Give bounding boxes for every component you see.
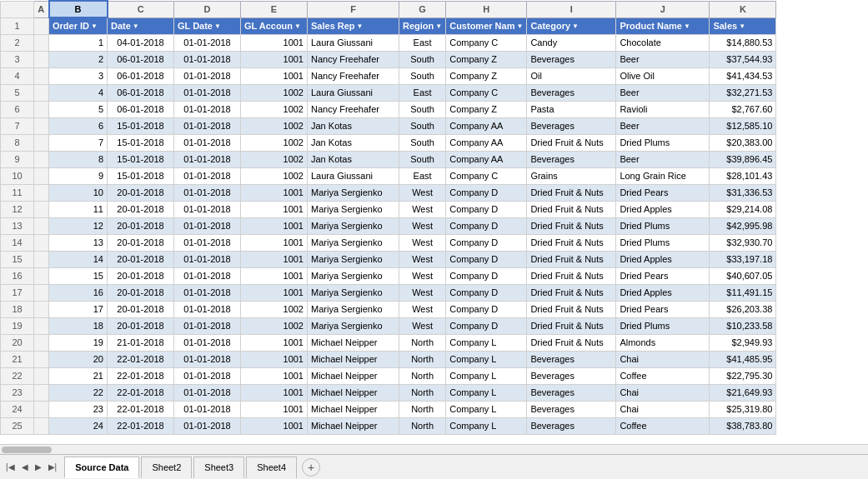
cell-region-22[interactable]: North <box>399 367 446 384</box>
cell-category-21[interactable]: Beverages <box>527 351 616 367</box>
cell-region-4[interactable]: South <box>399 67 446 84</box>
cell-order-id-13[interactable]: 12 <box>49 217 108 234</box>
cell-sales-rep-23[interactable]: Michael Neipper <box>308 384 399 401</box>
cell-date-19[interactable]: 20-01-2018 <box>108 317 174 334</box>
cell-customer-13[interactable]: Company D <box>446 217 527 234</box>
cell-order-id-4[interactable]: 3 <box>49 67 108 84</box>
cell-sales-17[interactable]: $11,491.15 <box>710 284 776 301</box>
cell-sales-8[interactable]: $20,383.00 <box>710 134 776 151</box>
cell-a-13[interactable] <box>34 217 49 234</box>
cell-gl-date-9[interactable]: 01-01-2018 <box>174 151 241 167</box>
cell-gl-date-14[interactable]: 01-01-2018 <box>174 234 241 251</box>
cell-category-22[interactable]: Beverages <box>527 367 616 384</box>
cell-sales-rep-20[interactable]: Michael Neipper <box>308 334 399 351</box>
cell-a-24[interactable] <box>34 401 49 417</box>
cell-product-3[interactable]: Beer <box>616 51 710 67</box>
cell-region-23[interactable]: North <box>399 384 446 401</box>
cell-category-19[interactable]: Dried Fruit & Nuts <box>527 317 616 334</box>
cell-gl-date-24[interactable]: 01-01-2018 <box>174 401 241 417</box>
cell-category-13[interactable]: Dried Fruit & Nuts <box>527 217 616 234</box>
filter-arrow-date[interactable]: ▼ <box>133 22 139 30</box>
cell-sales-rep-19[interactable]: Mariya Sergienko <box>308 317 399 334</box>
cell-gl-account-23[interactable]: 1001 <box>241 384 308 401</box>
cell-customer-4[interactable]: Company Z <box>446 67 527 84</box>
filter-customer[interactable]: Customer Nam ▼ <box>446 17 527 34</box>
cell-region-20[interactable]: North <box>399 334 446 351</box>
cell-gl-account-24[interactable]: 1001 <box>241 401 308 417</box>
cell-gl-date-25[interactable]: 01-01-2018 <box>174 417 241 434</box>
prev-tab-arrow[interactable]: ◀ <box>19 461 31 473</box>
cell-sales-14[interactable]: $32,930.70 <box>710 234 776 251</box>
cell-order-id-22[interactable]: 21 <box>49 367 108 384</box>
cell-category-11[interactable]: Dried Fruit & Nuts <box>527 184 616 201</box>
cell-gl-account-13[interactable]: 1001 <box>241 217 308 234</box>
cell-date-3[interactable]: 06-01-2018 <box>108 51 174 67</box>
filter-sales-rep[interactable]: Sales Rep ▼ <box>308 17 399 34</box>
cell-sales-12[interactable]: $29,214.08 <box>710 201 776 217</box>
cell-date-9[interactable]: 15-01-2018 <box>108 151 174 167</box>
cell-product-9[interactable]: Beer <box>616 151 710 167</box>
cell-region-17[interactable]: West <box>399 284 446 301</box>
cell-category-17[interactable]: Dried Fruit & Nuts <box>527 284 616 301</box>
cell-sales-5[interactable]: $32,271.53 <box>710 84 776 101</box>
cell-sales-rep-3[interactable]: Nancy Freehafer <box>308 51 399 67</box>
cell-region-16[interactable]: West <box>399 267 446 284</box>
cell-date-5[interactable]: 06-01-2018 <box>108 84 174 101</box>
cell-order-id-9[interactable]: 8 <box>49 151 108 167</box>
cell-a-6[interactable] <box>34 101 49 117</box>
cell-category-10[interactable]: Grains <box>527 167 616 184</box>
cell-customer-9[interactable]: Company AA <box>446 151 527 167</box>
scrollbar-thumb[interactable] <box>2 447 52 453</box>
cell-sales-23[interactable]: $21,649.93 <box>710 384 776 401</box>
cell-a-8[interactable] <box>34 134 49 151</box>
cell-gl-date-4[interactable]: 01-01-2018 <box>174 67 241 84</box>
cell-sales-rep-11[interactable]: Mariya Sergienko <box>308 184 399 201</box>
cell-region-9[interactable]: South <box>399 151 446 167</box>
horizontal-scrollbar[interactable] <box>0 444 868 454</box>
cell-sales-11[interactable]: $31,336.53 <box>710 184 776 201</box>
last-tab-arrow[interactable]: ▶| <box>46 461 60 473</box>
col-header-k[interactable]: K <box>710 1 776 17</box>
col-header-a[interactable]: A <box>34 1 49 17</box>
cell-gl-date-11[interactable]: 01-01-2018 <box>174 184 241 201</box>
cell-customer-22[interactable]: Company L <box>446 367 527 384</box>
cell-category-23[interactable]: Beverages <box>527 384 616 401</box>
cell-gl-date-8[interactable]: 01-01-2018 <box>174 134 241 151</box>
cell-sales-2[interactable]: $14,880.53 <box>710 34 776 51</box>
cell-region-21[interactable]: North <box>399 351 446 367</box>
cell-customer-3[interactable]: Company Z <box>446 51 527 67</box>
cell-gl-date-23[interactable]: 01-01-2018 <box>174 384 241 401</box>
cell-sales-rep-10[interactable]: Laura Giussani <box>308 167 399 184</box>
cell-region-11[interactable]: West <box>399 184 446 201</box>
cell-a-14[interactable] <box>34 234 49 251</box>
col-header-d[interactable]: D <box>174 1 241 17</box>
filter-arrow-sales[interactable]: ▼ <box>739 22 745 30</box>
cell-category-6[interactable]: Pasta <box>527 101 616 117</box>
cell-sales-rep-22[interactable]: Michael Neipper <box>308 367 399 384</box>
cell-date-6[interactable]: 06-01-2018 <box>108 101 174 117</box>
cell-a-18[interactable] <box>34 301 49 317</box>
cell-customer-21[interactable]: Company L <box>446 351 527 367</box>
cell-sales-13[interactable]: $42,995.98 <box>710 217 776 234</box>
cell-customer-2[interactable]: Company C <box>446 34 527 51</box>
cell-region-7[interactable]: South <box>399 117 446 134</box>
cell-sales-rep-24[interactable]: Michael Neipper <box>308 401 399 417</box>
cell-gl-account-9[interactable]: 1002 <box>241 151 308 167</box>
cell-category-2[interactable]: Candy <box>527 34 616 51</box>
col-header-c[interactable]: C <box>108 1 174 17</box>
cell-customer-25[interactable]: Company L <box>446 417 527 434</box>
cell-product-12[interactable]: Dried Apples <box>616 201 710 217</box>
cell-a-12[interactable] <box>34 201 49 217</box>
cell-region-19[interactable]: West <box>399 317 446 334</box>
cell-a-17[interactable] <box>34 284 49 301</box>
cell-order-id-12[interactable]: 11 <box>49 201 108 217</box>
cell-gl-account-10[interactable]: 1002 <box>241 167 308 184</box>
cell-gl-date-10[interactable]: 01-01-2018 <box>174 167 241 184</box>
cell-category-18[interactable]: Dried Fruit & Nuts <box>527 301 616 317</box>
cell-gl-account-18[interactable]: 1002 <box>241 301 308 317</box>
cell-region-24[interactable]: North <box>399 401 446 417</box>
cell-gl-account-19[interactable]: 1002 <box>241 317 308 334</box>
col-header-f[interactable]: F <box>308 1 399 17</box>
cell-gl-account-5[interactable]: 1002 <box>241 84 308 101</box>
cell-date-24[interactable]: 22-01-2018 <box>108 401 174 417</box>
